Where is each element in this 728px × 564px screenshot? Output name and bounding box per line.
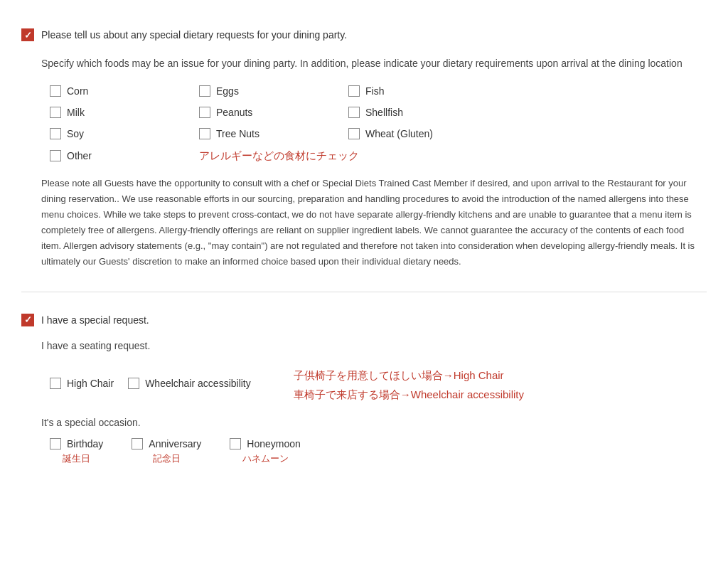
allergen-annotation: アレルギーなどの食材にチェック bbox=[199, 149, 359, 163]
seating-annotation-1: 子供椅子を用意してほしい場合→High Chair bbox=[294, 366, 524, 385]
allergen-corn: Corn bbox=[50, 85, 192, 97]
dietary-main-checkbox[interactable] bbox=[21, 28, 34, 41]
special-request-section: I have a special request. I have a seati… bbox=[21, 299, 707, 480]
occasion-anniversary-row: Anniversary bbox=[132, 438, 201, 449]
allergen-fish-label: Fish bbox=[365, 85, 384, 97]
allergen-peanuts: Peanuts bbox=[199, 107, 341, 118]
allergen-wheat: Wheat (Gluten) bbox=[348, 128, 505, 139]
seating-label: I have a seating request. bbox=[41, 340, 707, 351]
seating-annotation-block: 子供椅子を用意してほしい場合→High Chair 車椅子で来店する場合→Whe… bbox=[294, 366, 524, 404]
seating-annotation-2: 車椅子で来店する場合→Wheelchair accessibility bbox=[294, 385, 524, 404]
allergen-soy-label: Soy bbox=[67, 128, 84, 139]
honeymoon-checkbox[interactable] bbox=[230, 438, 241, 449]
allergen-eggs-label: Eggs bbox=[216, 85, 239, 97]
allergen-corn-label: Corn bbox=[67, 85, 88, 97]
allergen-tree-nuts-checkbox[interactable] bbox=[199, 128, 210, 139]
allergen-shellfish-checkbox[interactable] bbox=[348, 107, 360, 118]
anniversary-label: Anniversary bbox=[149, 438, 201, 449]
allergen-soy: Soy bbox=[50, 128, 192, 139]
birthday-annotation: 誕生日 bbox=[50, 452, 103, 465]
allergen-other: Other bbox=[50, 149, 192, 163]
occasion-grid: Birthday 誕生日 Anniversary 記念日 Honeymoon ハ… bbox=[50, 438, 707, 465]
seating-wheelchair: Wheelchair accessibility bbox=[128, 378, 251, 389]
seating-high-chair: High Chair bbox=[50, 378, 114, 389]
seating-checkboxes-row: High Chair Wheelchair accessibility 子供椅子… bbox=[50, 363, 707, 404]
allergen-fish-checkbox[interactable] bbox=[348, 85, 360, 97]
high-chair-label: High Chair bbox=[67, 378, 114, 389]
allergen-other-checkbox[interactable] bbox=[50, 150, 61, 161]
occasion-label: It's a special occasion. bbox=[41, 417, 707, 428]
occasion-birthday-row: Birthday bbox=[50, 438, 103, 449]
birthday-label: Birthday bbox=[67, 438, 103, 449]
allergen-milk-label: Milk bbox=[67, 107, 85, 118]
occasion-birthday: Birthday 誕生日 bbox=[50, 438, 103, 465]
allergen-eggs: Eggs bbox=[199, 85, 341, 97]
dietary-header: Please tell us about any special dietary… bbox=[21, 28, 707, 43]
dietary-disclaimer: Please note all Guests have the opportun… bbox=[41, 176, 707, 270]
allergen-shellfish: Shellfish bbox=[348, 107, 505, 118]
wheelchair-checkbox[interactable] bbox=[128, 378, 139, 389]
section-divider bbox=[21, 292, 707, 292]
special-request-main-checkbox[interactable] bbox=[21, 314, 34, 326]
allergen-soy-checkbox[interactable] bbox=[50, 128, 61, 139]
special-request-header-text: I have a special request. bbox=[41, 314, 149, 328]
allergen-milk: Milk bbox=[50, 107, 192, 118]
dietary-header-text: Please tell us about any special dietary… bbox=[41, 28, 347, 43]
anniversary-checkbox[interactable] bbox=[132, 438, 143, 449]
allergen-other-label: Other bbox=[67, 150, 92, 161]
wheelchair-label: Wheelchair accessibility bbox=[145, 378, 251, 389]
occasion-anniversary: Anniversary 記念日 bbox=[132, 438, 201, 465]
occasion-honeymoon-row: Honeymoon bbox=[230, 438, 301, 449]
anniversary-annotation: 記念日 bbox=[132, 452, 201, 465]
birthday-checkbox[interactable] bbox=[50, 438, 61, 449]
special-request-header: I have a special request. bbox=[21, 314, 707, 328]
dietary-description: Specify which foods may be an issue for … bbox=[41, 55, 707, 71]
allergen-tree-nuts-label: Tree Nuts bbox=[216, 128, 259, 139]
allergen-corn-checkbox[interactable] bbox=[50, 85, 61, 97]
allergen-tree-nuts: Tree Nuts bbox=[199, 128, 341, 139]
honeymoon-annotation: ハネムーン bbox=[230, 452, 301, 465]
allergen-wheat-checkbox[interactable] bbox=[348, 128, 360, 139]
allergen-grid: Corn Eggs Fish Milk Peanuts Shellfish So… bbox=[50, 85, 707, 163]
allergen-fish: Fish bbox=[348, 85, 505, 97]
dietary-section: Please tell us about any special dietary… bbox=[21, 14, 707, 284]
allergen-peanuts-label: Peanuts bbox=[216, 107, 252, 118]
allergen-milk-checkbox[interactable] bbox=[50, 107, 61, 118]
allergen-wheat-label: Wheat (Gluten) bbox=[365, 128, 433, 139]
allergen-peanuts-checkbox[interactable] bbox=[199, 107, 210, 118]
allergen-eggs-checkbox[interactable] bbox=[199, 85, 210, 97]
allergen-shellfish-label: Shellfish bbox=[365, 107, 403, 118]
occasion-honeymoon: Honeymoon ハネムーン bbox=[230, 438, 301, 465]
honeymoon-label: Honeymoon bbox=[247, 438, 301, 449]
high-chair-checkbox[interactable] bbox=[50, 378, 61, 389]
